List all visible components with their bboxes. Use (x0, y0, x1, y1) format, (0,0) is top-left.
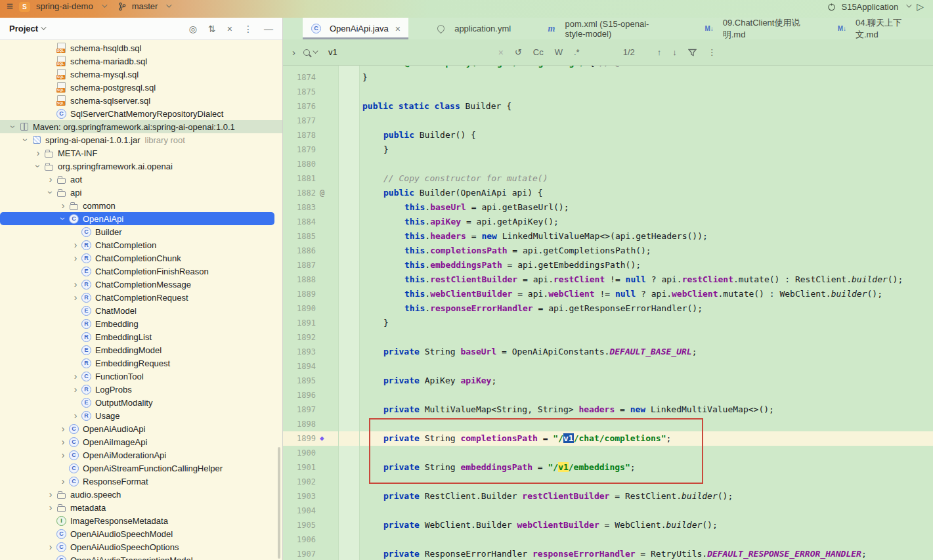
editor-tab[interactable]: application.yml (427, 18, 519, 39)
match-case-toggle[interactable]: Cc (533, 48, 544, 57)
code-token: private (383, 520, 425, 530)
branch-widget[interactable]: master (132, 1, 158, 12)
chevron-right-icon[interactable]: › (70, 254, 81, 262)
tree-item[interactable]: ›common (0, 199, 282, 212)
close-panel-icon[interactable]: × (227, 24, 232, 33)
tree-item[interactable]: ›audio.speech (0, 488, 282, 501)
tree-item[interactable]: ›RChatCompletionMessage (0, 278, 282, 291)
tree-item[interactable]: IImageResponseMetadata (0, 514, 282, 527)
tree-item[interactable]: ›COpenAiImageApi (0, 435, 282, 448)
locate-file-icon[interactable]: ◎ (189, 24, 197, 33)
hamburger-menu-icon[interactable]: ≡ (7, 1, 13, 12)
tree-item[interactable]: ›RChatCompletion (0, 238, 282, 251)
search-history-icon[interactable]: ↺ (515, 48, 522, 57)
code-line: 1881// Copy constructor for mutate() (283, 171, 933, 186)
run-button[interactable]: ▷ (917, 1, 924, 12)
chevron-right-icon[interactable]: › (70, 372, 81, 380)
expand-replace-icon[interactable]: › (283, 47, 303, 58)
tree-item[interactable]: ›spring-ai-openai-1.0.1.jarlibrary root (0, 133, 282, 146)
tree-item[interactable]: schema-sqlserver.sql (0, 94, 282, 107)
close-tab-icon[interactable]: × (395, 25, 401, 33)
tree-item[interactable]: EEmbeddingModel (0, 343, 282, 356)
chevron-right-icon[interactable]: › (45, 490, 56, 498)
tree-item[interactable]: CBuilder (0, 225, 282, 238)
chevron-right-icon[interactable]: › (70, 280, 81, 288)
tree-scrollbar[interactable] (278, 447, 280, 559)
regex-toggle[interactable]: .* (574, 48, 580, 57)
chevron-right-icon[interactable]: › (58, 451, 68, 459)
collapse-all-icon[interactable]: ⇅ (208, 24, 216, 33)
tree-item[interactable]: ›metadata (0, 501, 282, 514)
editor-tab[interactable]: M↓04.聊天上下文.md (829, 18, 917, 39)
tree-item[interactable]: ›COpenAiAudioSpeechOptions (0, 540, 282, 553)
tree-item[interactable]: REmbedding (0, 317, 282, 330)
annotation-gutter-icon[interactable]: @ (316, 186, 338, 200)
tree-item[interactable]: ›CResponseFormat (0, 475, 282, 488)
tree-item[interactable]: EChatCompletionFinishReason (0, 265, 282, 278)
tree-item[interactable]: EChatModel (0, 304, 282, 317)
chevron-right-icon[interactable]: › (45, 543, 56, 551)
filter-icon[interactable] (688, 49, 697, 56)
project-widget[interactable]: spring-ai-demo (36, 1, 93, 12)
tree-item[interactable]: ›RUsage (0, 409, 282, 422)
chevron-right-icon[interactable]: › (70, 293, 81, 301)
hide-panel-icon[interactable]: — (264, 24, 273, 33)
tree-item[interactable]: COpenAiAudioTranscriptionModel (0, 553, 282, 560)
chevron-right-icon[interactable]: › (45, 504, 56, 511)
tree-item[interactable]: COpenAiAudioSpeechModel (0, 527, 282, 540)
chevron-right-icon[interactable]: › (58, 438, 68, 446)
editor-tab[interactable]: M↓09.ChatClient使用说明.md (696, 18, 810, 39)
previous-match-icon[interactable]: ↑ (657, 47, 662, 57)
chevron-right-icon[interactable]: › (70, 385, 81, 393)
chevron-right-icon[interactable]: › (45, 175, 56, 183)
ai-assistant-gutter-icon[interactable]: ◆ (316, 432, 338, 445)
next-match-icon[interactable]: ↓ (672, 47, 677, 57)
chevron-down-icon[interactable]: › (22, 135, 30, 145)
tree-item[interactable]: ›RLogProbs (0, 383, 282, 396)
tree-item[interactable]: ›COpenAiApi (0, 212, 274, 225)
tree-item[interactable]: ›RChatCompletionChunk (0, 251, 282, 265)
record-icon: R (81, 319, 91, 329)
chevron-down-icon[interactable]: › (9, 121, 17, 132)
chevron-down-icon[interactable]: › (59, 213, 67, 224)
tree-item[interactable]: schema-mysql.sql (0, 68, 282, 81)
editor-tab[interactable]: mpom.xml (S15-openai-style-model) (538, 18, 677, 39)
tree-item[interactable]: schema-postgresql.sql (0, 81, 282, 94)
tree-item[interactable]: ›org.springframework.ai.openai (0, 160, 282, 173)
search-input[interactable]: v1 (328, 47, 337, 57)
tree-item[interactable]: CSqlServerChatMemoryRepositoryDialect (0, 107, 282, 120)
tree-item[interactable]: REmbeddingRequest (0, 356, 282, 370)
tree-item[interactable]: ›COpenAiAudioApi (0, 422, 282, 435)
tree-item[interactable]: schema-hsqldb.sql (0, 41, 282, 54)
search-options-chevron-icon[interactable] (313, 48, 318, 53)
chevron-right-icon[interactable]: › (58, 477, 68, 485)
tree-item[interactable]: ›Maven: org.springframework.ai:spring-ai… (0, 120, 282, 133)
tree-item[interactable]: ›CFunctionTool (0, 370, 282, 383)
tree-item[interactable]: ›aot (0, 173, 282, 186)
tree-item[interactable]: ›api (0, 186, 282, 199)
tree-item[interactable]: ›COpenAiModerationApi (0, 448, 282, 462)
panel-title[interactable]: Project (9, 24, 38, 33)
clear-search-icon[interactable]: × (498, 48, 504, 57)
code-editor[interactable]: 1873@JsonProperty("usage") Usage usage) … (283, 66, 933, 560)
chevron-down-icon[interactable]: › (34, 161, 42, 171)
tree-item[interactable]: COpenAiStreamFunctionCallingHelper (0, 462, 282, 475)
search-icon[interactable] (303, 49, 310, 56)
tree-item[interactable]: ›META-INF (0, 146, 282, 160)
tree-item[interactable]: ›RChatCompletionRequest (0, 291, 282, 304)
tree-item[interactable]: REmbeddingList (0, 330, 282, 343)
more-options-icon[interactable]: ⋮ (244, 24, 253, 33)
whole-words-toggle[interactable]: W (555, 48, 563, 57)
chevron-right-icon[interactable]: › (33, 149, 43, 157)
chevron-down-icon[interactable]: › (47, 187, 54, 198)
run-config-selector[interactable]: S15Application (841, 2, 898, 12)
find-more-options-icon[interactable]: ⋮ (708, 47, 716, 57)
chevron-right-icon[interactable]: › (58, 425, 68, 433)
chevron-right-icon[interactable]: › (70, 412, 81, 420)
line-number: 1893 (283, 345, 316, 359)
tree-item[interactable]: schema-mariadb.sql (0, 54, 282, 68)
tree-item[interactable]: EOutputModality (0, 396, 282, 409)
editor-tab[interactable]: COpenAiApi.java× (303, 18, 408, 39)
chevron-right-icon[interactable]: › (70, 241, 81, 249)
chevron-right-icon[interactable]: › (58, 202, 68, 209)
